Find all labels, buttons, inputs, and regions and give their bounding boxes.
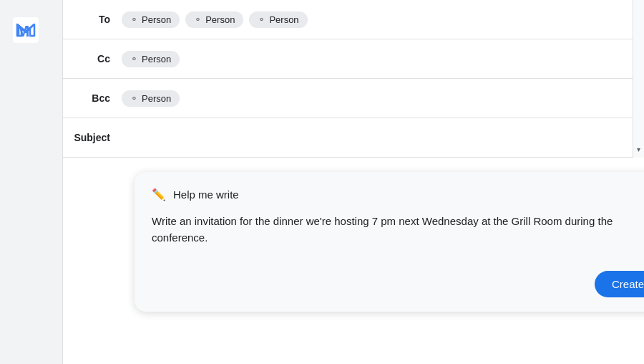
popup-title: Help me write — [173, 188, 239, 201]
to-chip-1[interactable]: ⚬ Person — [122, 11, 180, 28]
to-row: To ⚬ Person ⚬ Person ⚬ Person — [63, 0, 644, 39]
svg-text:M: M — [16, 22, 29, 40]
to-chip-1-label: Person — [142, 14, 171, 25]
bcc-chip-1-label: Person — [142, 93, 171, 104]
create-button[interactable]: Create — [595, 271, 644, 297]
subject-row: Subject — [63, 118, 644, 158]
popup-footer: Create — [152, 271, 644, 297]
cc-chip-1-label: Person — [142, 54, 171, 64]
cc-chip-1[interactable]: ⚬ Person — [122, 51, 180, 67]
person-icon-1: ⚬ — [130, 14, 138, 25]
bcc-chip-1[interactable]: ⚬ Person — [122, 90, 180, 107]
to-chip-3[interactable]: ⚬ Person — [249, 11, 307, 28]
popup-header: ✏️ Help me write × — [152, 186, 644, 202]
person-icon-2: ⚬ — [194, 14, 202, 25]
person-icon-3: ⚬ — [258, 14, 265, 25]
subject-input[interactable] — [122, 132, 635, 143]
bcc-chips-container: ⚬ Person — [122, 90, 180, 107]
pencil-icon: ✏️ — [152, 188, 166, 201]
cc-label: Cc — [72, 53, 122, 64]
to-label: To — [72, 14, 122, 25]
cc-row: Cc ⚬ Person — [63, 39, 644, 79]
to-chip-3-label: Person — [269, 14, 298, 25]
popup-title-group: ✏️ Help me write — [152, 188, 239, 201]
help-write-popup: ✏️ Help me write × Write an invitation f… — [135, 172, 644, 312]
cc-person-icon-1: ⚬ — [130, 54, 138, 64]
cc-chips-container: ⚬ Person — [122, 51, 180, 67]
bcc-label: Bcc — [72, 92, 122, 104]
bcc-row: Bcc ⚬ Person — [63, 79, 644, 118]
to-chips-container: ⚬ Person ⚬ Person ⚬ Person — [122, 11, 308, 28]
to-chip-2-label: Person — [205, 14, 235, 25]
compose-area: To ⚬ Person ⚬ Person ⚬ Person Cc ⚬ Perso… — [62, 0, 644, 364]
gmail-logo: M — [13, 17, 39, 43]
subject-label: Subject — [72, 132, 122, 143]
prompt-textarea[interactable]: Write an invitation for the dinner we're… — [152, 214, 644, 257]
bcc-person-icon-1: ⚬ — [130, 93, 138, 104]
to-chip-2[interactable]: ⚬ Person — [185, 11, 243, 28]
scrollbar: ▾ — [633, 0, 644, 158]
scroll-down-arrow[interactable]: ▾ — [633, 140, 645, 158]
